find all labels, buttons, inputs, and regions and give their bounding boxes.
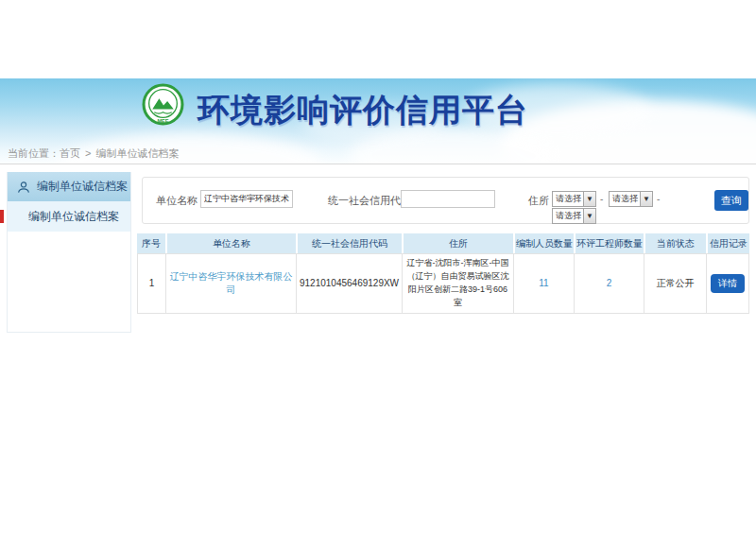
cell-status: 正常公开 — [644, 254, 707, 313]
select-dash: - — [600, 194, 603, 204]
col-header-address: 住所 — [404, 233, 515, 253]
unit-name-link[interactable]: 辽宁中咨华宇环保技术有限公司 — [168, 270, 294, 297]
city-select-value: 请选择 — [610, 192, 640, 206]
col-header-credit-record: 信用记录 — [708, 233, 749, 253]
cell-unit-name: 辽宁中咨华宇环保技术有限公司 — [166, 254, 297, 313]
search-panel: 单位名称 ： 统一社会信用代码 ： 住所 ： 请选择 ▼ - 请选择 ▼ - 请… — [142, 177, 749, 224]
cell-staff-count: 11 — [514, 254, 575, 313]
user-icon — [17, 181, 30, 194]
col-header-status: 当前状态 — [645, 233, 708, 253]
detail-button[interactable]: 详情 — [711, 274, 745, 293]
chevron-down-icon: ▼ — [583, 209, 595, 223]
province-select-value: 请选择 — [553, 192, 583, 206]
select-dash: - — [657, 194, 660, 204]
sidebar-header-label: 编制单位诚信档案 — [37, 179, 128, 195]
query-button[interactable]: 查询 — [714, 190, 748, 211]
table-row: 1 辽宁中咨华宇环保技术有限公司 9121010456469129XW 辽宁省-… — [137, 253, 749, 314]
results-table: 序号 单位名称 统一社会信用代码 住所 编制人员数量 环评工程师数量 当前状态 … — [137, 233, 749, 314]
sidebar-item-label: 编制单位诚信档案 — [28, 209, 119, 225]
breadcrumb: 当前位置：首页>编制单位诚信档案 — [8, 146, 179, 161]
cell-credit-code: 9121010456469129XW — [297, 254, 403, 313]
breadcrumb-label: 当前位置： — [8, 147, 60, 159]
unit-name-input[interactable] — [200, 190, 293, 208]
mee-logo-text: MEE — [157, 118, 168, 124]
sidebar-header: 编制单位诚信档案 — [8, 172, 130, 201]
chevron-down-icon: ▼ — [583, 192, 595, 206]
active-item-marker — [0, 210, 4, 223]
district-select-value: 请选择 — [553, 209, 583, 223]
page-title: 环境影响评价信用平台 — [198, 89, 528, 132]
breadcrumb-home-link[interactable]: 首页 — [60, 147, 80, 159]
col-header-staff-count: 编制人员数量 — [515, 233, 576, 253]
sidebar: 编制单位诚信档案 编制单位诚信档案 — [7, 172, 131, 333]
breadcrumb-current: 编制单位诚信档案 — [95, 147, 179, 159]
breadcrumb-separator: > — [85, 147, 91, 159]
cell-index: 1 — [138, 254, 166, 313]
cell-engineer-count: 2 — [575, 254, 644, 313]
table-header-row: 序号 单位名称 统一社会信用代码 住所 编制人员数量 环评工程师数量 当前状态 … — [137, 233, 749, 253]
chevron-down-icon: ▼ — [640, 192, 652, 206]
sidebar-item-credit-archive[interactable]: 编制单位诚信档案 — [8, 201, 130, 232]
cell-credit-record: 详情 — [707, 254, 748, 313]
credit-code-input[interactable] — [401, 190, 495, 208]
col-header-index: 序号 — [137, 233, 167, 253]
city-select[interactable]: 请选择 ▼ — [609, 191, 653, 207]
col-header-engineer-count: 环评工程师数量 — [576, 233, 645, 253]
mee-logo-icon: MEE — [142, 83, 184, 126]
staff-count-link[interactable]: 11 — [539, 278, 548, 288]
address-text: 辽宁省-沈阳市-浑南区-中国（辽宁）自由贸易试验区沈阳片区创新二路39-1号60… — [404, 257, 511, 310]
col-header-unit-name: 单位名称 — [167, 233, 298, 253]
province-select[interactable]: 请选择 ▼ — [552, 191, 596, 207]
engineer-count-link[interactable]: 2 — [607, 278, 612, 288]
district-select[interactable]: 请选择 ▼ — [552, 208, 596, 224]
col-header-credit-code: 统一社会信用代码 — [298, 233, 404, 253]
cell-address: 辽宁省-沈阳市-浑南区-中国（辽宁）自由贸易试验区沈阳片区创新二路39-1号60… — [403, 254, 514, 313]
